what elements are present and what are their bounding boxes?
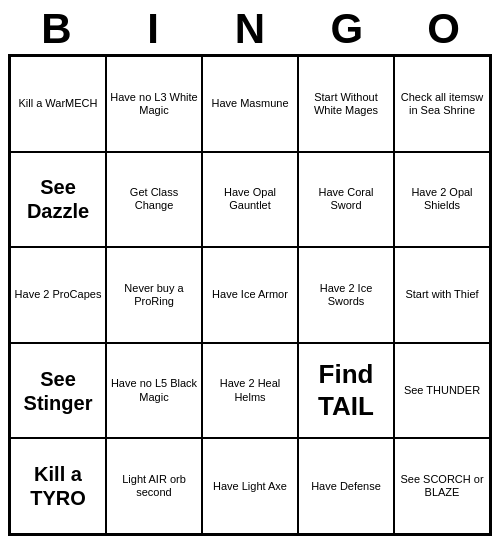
bingo-cell-10: Have 2 ProCapes: [10, 247, 106, 343]
bingo-cell-13: Have 2 Ice Swords: [298, 247, 394, 343]
bingo-cell-2: Have Masmune: [202, 56, 298, 152]
bingo-cell-1: Have no L3 White Magic: [106, 56, 202, 152]
letter-g: G: [298, 8, 395, 50]
bingo-cell-5: See Dazzle: [10, 152, 106, 248]
letter-i: I: [105, 8, 202, 50]
bingo-cell-23: Have Defense: [298, 438, 394, 534]
bingo-cell-24: See SCORCH or BLAZE: [394, 438, 490, 534]
bingo-cell-12: Have Ice Armor: [202, 247, 298, 343]
bingo-cell-11: Never buy a ProRing: [106, 247, 202, 343]
bingo-cell-6: Get Class Change: [106, 152, 202, 248]
bingo-cell-4: Check all itemsw in Sea Shrine: [394, 56, 490, 152]
bingo-header: B I N G O: [8, 8, 492, 50]
bingo-cell-0: Kill a WarMECH: [10, 56, 106, 152]
bingo-cell-14: Start with Thief: [394, 247, 490, 343]
bingo-cell-16: Have no L5 Black Magic: [106, 343, 202, 439]
bingo-cell-7: Have Opal Gauntlet: [202, 152, 298, 248]
bingo-cell-9: Have 2 Opal Shields: [394, 152, 490, 248]
bingo-cell-8: Have Coral Sword: [298, 152, 394, 248]
bingo-cell-18: Find TAIL: [298, 343, 394, 439]
bingo-cell-3: Start Without White Mages: [298, 56, 394, 152]
letter-b: B: [8, 8, 105, 50]
bingo-cell-15: See Stinger: [10, 343, 106, 439]
bingo-cell-19: See THUNDER: [394, 343, 490, 439]
bingo-cell-17: Have 2 Heal Helms: [202, 343, 298, 439]
bingo-cell-20: Kill a TYRO: [10, 438, 106, 534]
letter-n: N: [202, 8, 299, 50]
bingo-cell-22: Have Light Axe: [202, 438, 298, 534]
bingo-grid: Kill a WarMECHHave no L3 White MagicHave…: [8, 54, 492, 536]
letter-o: O: [395, 8, 492, 50]
bingo-cell-21: Light AIR orb second: [106, 438, 202, 534]
